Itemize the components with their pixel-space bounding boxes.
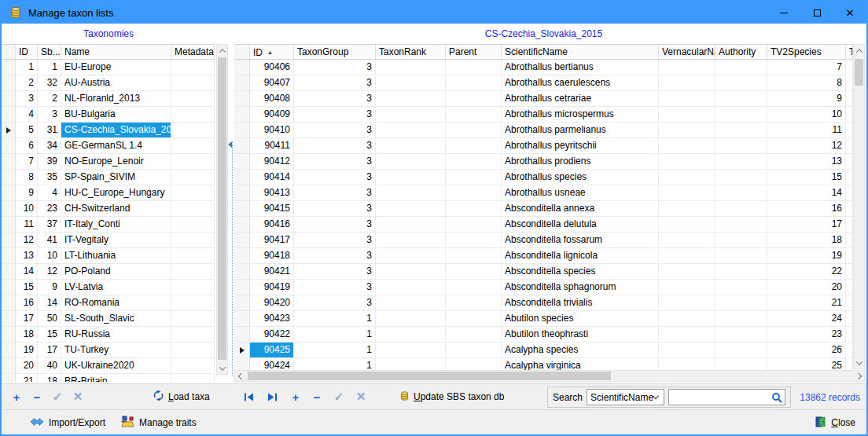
grid-cell[interactable]: 17	[38, 343, 61, 358]
minimize-button[interactable]	[767, 2, 800, 24]
grid-cell[interactable]: 90411	[250, 138, 294, 154]
last-record-button[interactable]	[263, 389, 281, 405]
grid-cell[interactable]: 8	[767, 75, 846, 91]
grid-cell[interactable]	[446, 358, 502, 370]
grid-cell[interactable]: 90416	[250, 217, 294, 233]
grid-cell[interactable]: 14	[38, 295, 61, 311]
grid-cell[interactable]	[659, 154, 715, 170]
grid-cell[interactable]	[715, 343, 767, 358]
scrollbar-thumb[interactable]	[248, 372, 611, 380]
column-header[interactable]: ID	[16, 44, 38, 60]
grid-cell[interactable]: SP-Spain_SIVIM	[61, 170, 171, 185]
grid-cell[interactable]	[715, 170, 767, 185]
table-row[interactable]: 904183Absconditella lignicola19	[234, 248, 853, 264]
grid-cell[interactable]: 3	[16, 91, 38, 107]
column-header[interactable]: Name	[61, 44, 171, 60]
grid-cell[interactable]: Abrothallus species	[502, 170, 659, 185]
grid-cell[interactable]: 16	[16, 295, 38, 311]
grid-cell[interactable]: 90425	[250, 343, 294, 358]
grid-cell[interactable]	[846, 311, 853, 327]
grid-cell[interactable]: 14	[767, 185, 846, 201]
grid-cell[interactable]: 5	[16, 123, 38, 138]
close-button[interactable]: Close	[815, 414, 855, 431]
grid-cell[interactable]	[171, 154, 215, 170]
grid-cell[interactable]: 4	[38, 185, 61, 201]
grid-cell[interactable]	[446, 75, 502, 91]
table-row[interactable]: 1023CH-Switzerland	[2, 201, 216, 217]
grid-cell[interactable]	[446, 311, 502, 327]
grid-cell[interactable]: LT-Lithuania	[61, 248, 171, 264]
grid-cell[interactable]: NO-Europe_Lenoir	[61, 154, 171, 170]
update-sbs-taxon-db-button[interactable]: Update SBS taxon db	[399, 389, 504, 405]
grid-cell[interactable]: 26	[767, 343, 846, 358]
grid-cell[interactable]	[376, 358, 446, 370]
grid-cell[interactable]	[846, 233, 853, 248]
grid-cell[interactable]: 23	[767, 327, 846, 343]
grid-cell[interactable]	[171, 107, 215, 123]
grid-cell[interactable]: 3	[294, 264, 376, 280]
grid-cell[interactable]: Abrothallus parmelianus	[502, 123, 659, 138]
grid-cell[interactable]	[715, 358, 767, 370]
grid-cell[interactable]: IT-Vegitaly	[61, 233, 171, 248]
grid-cell[interactable]: 37	[38, 217, 61, 233]
grid-cell[interactable]	[171, 217, 215, 233]
table-row[interactable]: 904123Abrothallus prodiens13	[234, 154, 853, 170]
search-input[interactable]	[671, 390, 770, 404]
grid-cell[interactable]	[846, 107, 853, 123]
grid-cell[interactable]: 3	[294, 280, 376, 295]
grid-cell[interactable]: 10	[16, 201, 38, 217]
grid-cell[interactable]: Absconditella trivialis	[502, 295, 659, 311]
grid-cell[interactable]	[171, 358, 215, 374]
taxa-vertical-scrollbar[interactable]	[853, 44, 865, 369]
table-row[interactable]: 739NO-Europe_Lenoir	[2, 154, 216, 170]
grid-cell[interactable]: UK-Ukraine2020	[61, 358, 171, 374]
grid-cell[interactable]	[846, 217, 853, 233]
grid-cell[interactable]: 3	[294, 295, 376, 311]
table-row[interactable]: 1614RO-Romania	[2, 295, 216, 311]
first-record-button[interactable]	[240, 389, 257, 405]
grid-cell[interactable]: 2	[16, 75, 38, 91]
grid-cell[interactable]: Abrothallus prodiens	[502, 154, 659, 170]
scroll-down-button[interactable]	[854, 357, 864, 368]
grid-cell[interactable]: 3	[294, 60, 376, 75]
grid-cell[interactable]	[659, 75, 715, 91]
grid-cell[interactable]	[715, 91, 767, 107]
grid-cell[interactable]: 3	[294, 170, 376, 185]
grid-cell[interactable]	[715, 280, 767, 295]
grid-cell[interactable]: 3	[38, 107, 61, 123]
grid-cell[interactable]: RO-Romania	[61, 295, 171, 311]
cancel-taxon-button[interactable]: ✕	[352, 389, 370, 405]
grid-cell[interactable]	[659, 327, 715, 343]
grid-cell[interactable]: 19	[767, 248, 846, 264]
grid-cell[interactable]	[171, 123, 215, 138]
grid-cell[interactable]: 15	[16, 280, 38, 295]
table-row[interactable]: 531CS-Czechia_Slovakia_2015	[2, 123, 216, 138]
grid-cell[interactable]	[376, 248, 446, 264]
table-row[interactable]: 904153Absconditella annexa16	[234, 201, 853, 217]
table-row[interactable]: 1917TU-Turkey	[2, 343, 216, 358]
grid-cell[interactable]: 3	[294, 123, 376, 138]
grid-cell[interactable]: 12	[38, 264, 61, 280]
load-taxa-button[interactable]: Load taxa	[153, 389, 210, 405]
table-row[interactable]: 904143Abrothallus species15	[234, 170, 853, 185]
grid-cell[interactable]: HU-C_Europe_Hungary	[61, 185, 171, 201]
manage-traits-button[interactable]: Manage traits	[121, 414, 197, 431]
table-row[interactable]: 1750SL-South_Slavic	[2, 311, 216, 327]
grid-cell[interactable]	[446, 295, 502, 311]
grid-cell[interactable]	[715, 327, 767, 343]
grid-cell[interactable]: Abrothallus bertianus	[502, 60, 659, 75]
grid-cell[interactable]	[446, 138, 502, 154]
grid-cell[interactable]: 1	[294, 327, 376, 343]
post-taxon-button[interactable]: ✓	[330, 389, 348, 405]
grid-cell[interactable]	[446, 170, 502, 185]
scroll-left-button[interactable]	[235, 371, 247, 381]
grid-cell[interactable]: NL-Floranld_2013	[61, 91, 171, 107]
grid-cell[interactable]: Abrothallus cetrariae	[502, 91, 659, 107]
table-row[interactable]: 904241Acalypha virginica25	[234, 358, 853, 370]
grid-cell[interactable]	[376, 75, 446, 91]
grid-cell[interactable]: CS-Czechia_Slovakia_2015	[61, 123, 171, 138]
table-row[interactable]: 2118BR-Britain	[2, 374, 216, 382]
delete-taxonomy-button[interactable]: −	[28, 389, 46, 405]
grid-cell[interactable]	[376, 233, 446, 248]
grid-cell[interactable]	[376, 264, 446, 280]
